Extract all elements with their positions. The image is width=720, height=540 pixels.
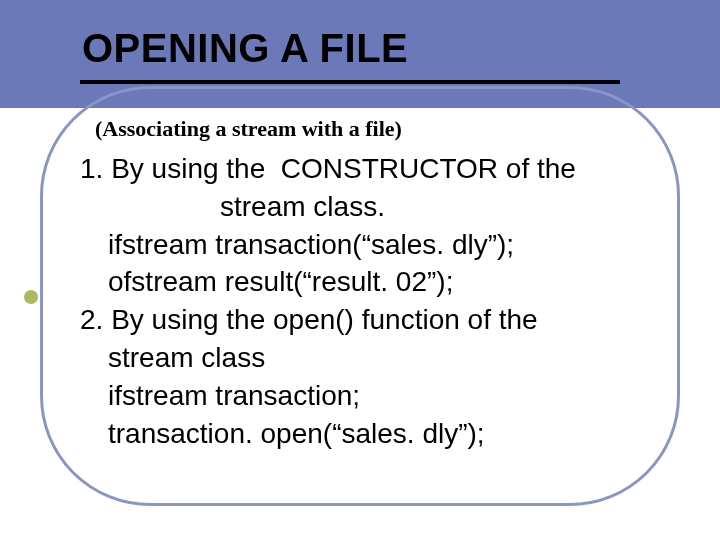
accent-dot-icon [24, 290, 38, 304]
title-underline [80, 80, 620, 84]
slide-subtitle: (Associating a stream with a file) [95, 116, 402, 142]
body-line-6: stream class [80, 339, 660, 377]
slide: OPENING A FILE (Associating a stream wit… [0, 0, 720, 540]
body-line-8: transaction. open(“sales. dly”); [80, 415, 660, 453]
body-line-7: ifstream transaction; [80, 377, 660, 415]
body-line-3: ifstream transaction(“sales. dly”); [80, 226, 660, 264]
body-line-1: 1. By using the CONSTRUCTOR of the [80, 150, 660, 188]
slide-body: 1. By using the CONSTRUCTOR of the strea… [80, 150, 660, 452]
body-line-4: ofstream result(“result. 02”); [80, 263, 660, 301]
body-line-2: stream class. [80, 188, 660, 226]
slide-title: OPENING A FILE [82, 26, 408, 71]
body-line-5: 2. By using the open() function of the [80, 301, 660, 339]
